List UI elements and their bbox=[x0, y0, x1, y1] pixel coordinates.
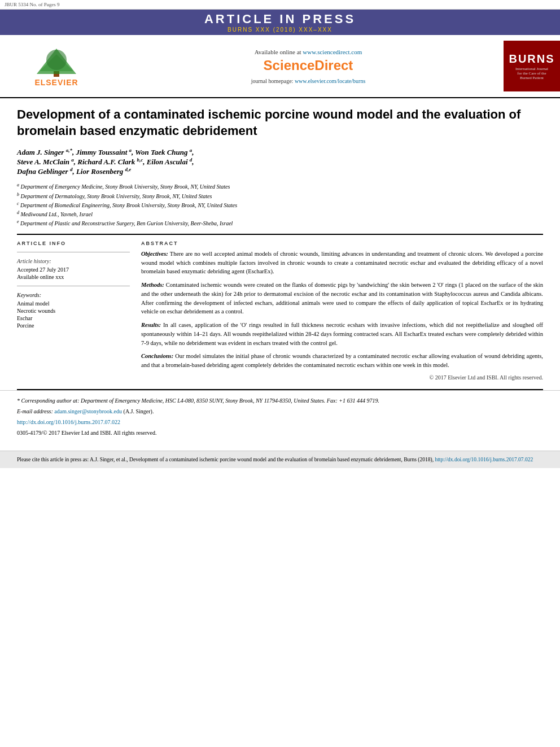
email-line: E-mail address: adam.singer@stonybrook.e… bbox=[17, 407, 543, 416]
affiliations: a Department of Emergency Medicine, Ston… bbox=[17, 182, 543, 228]
header-center: Available online at www.sciencedirect.co… bbox=[113, 41, 504, 91]
abstract-conclusions: Conclusions: Our model simulates the ini… bbox=[141, 352, 543, 370]
authors-line: Adam J. Singer a,*, Jimmy Toussaint a, W… bbox=[17, 147, 543, 176]
affiliation-b: b Department of Dermatology, Stony Brook… bbox=[17, 191, 543, 200]
conclusions-label: Conclusions: bbox=[141, 353, 173, 359]
cite-url[interactable]: http://dx.doi.org/10.1016/j.burns.2017.0… bbox=[435, 457, 533, 462]
accepted-date: Accepted 27 July 2017 bbox=[17, 267, 130, 273]
tree-icon bbox=[31, 46, 82, 77]
footer-section: * Corresponding author at: Department of… bbox=[0, 390, 560, 445]
journal-url[interactable]: www.elsevier.com/locate/burns bbox=[295, 78, 365, 84]
divider-info bbox=[17, 252, 130, 252]
copyright-line: © 2017 Elsevier Ltd and ISBI. All rights… bbox=[141, 374, 543, 381]
keyword-4: Porcine bbox=[17, 322, 130, 329]
abstract-column: ABSTRACT Objectives: There are no well a… bbox=[141, 241, 543, 381]
main-content: Development of a contaminated ischemic p… bbox=[0, 98, 560, 389]
results-label: Results: bbox=[141, 322, 161, 328]
keywords-section: Keywords: Animal model Necrotic wounds E… bbox=[17, 292, 130, 329]
methods-text: Contaminated ischemic wounds were create… bbox=[141, 282, 543, 314]
history-label: Article history: bbox=[17, 258, 130, 264]
abstract-header: ABSTRACT bbox=[141, 241, 543, 246]
corresponding-author: * Corresponding author at: Department of… bbox=[17, 396, 543, 405]
cite-bar: Please cite this article in press as: A.… bbox=[0, 451, 560, 468]
affiliation-d: d Mediwound Ltd., Yavneh, Israel bbox=[17, 209, 543, 219]
keyword-3: Eschar bbox=[17, 315, 130, 321]
elsevier-label: ELSEVIER bbox=[34, 78, 78, 87]
issn-line: 0305-4179/© 2017 Elsevier Ltd and ISBI. … bbox=[17, 429, 543, 437]
svg-point-3 bbox=[46, 50, 67, 70]
affiliation-c: c Department of Biomedical Engineering, … bbox=[17, 200, 543, 209]
doi-link[interactable]: http://dx.doi.org/10.1016/j.burns.2017.0… bbox=[17, 419, 120, 425]
header-right: BURNS International Journalfor the Care … bbox=[504, 41, 560, 91]
cite-text: Please cite this article in press as: A.… bbox=[17, 457, 434, 462]
keyword-1: Animal model bbox=[17, 300, 130, 307]
keywords-label: Keywords: bbox=[17, 292, 130, 298]
affiliation-a: a Department of Emergency Medicine, Ston… bbox=[17, 182, 543, 191]
keyword-2: Necrotic wounds bbox=[17, 308, 130, 314]
burns-subtitle: International Journalfor the Care of the… bbox=[515, 67, 548, 80]
available-online: Available online at www.sciencedirect.co… bbox=[255, 49, 362, 55]
methods-label: Methods: bbox=[141, 282, 164, 288]
header-section: ELSEVIER Available online at www.science… bbox=[0, 35, 560, 98]
sciencedirect-url[interactable]: www.sciencedirect.com bbox=[303, 49, 362, 55]
email-link[interactable]: adam.singer@stonybrook.edu bbox=[54, 408, 122, 414]
objectives-text: There are no well accepted animal models… bbox=[141, 251, 543, 275]
burns-logo: BURNS bbox=[509, 53, 554, 65]
article-info-column: ARTICLE INFO Article history: Accepted 2… bbox=[17, 241, 130, 381]
abstract-results: Results: In all cases, application of th… bbox=[141, 321, 543, 347]
abstract-methods: Methods: Contaminated ischemic wounds we… bbox=[141, 281, 543, 316]
abstract-objectives: Objectives: There are no well accepted a… bbox=[141, 250, 543, 276]
article-in-press-bar: ARTICLE IN PRESS BURNS XXX (2018) XXX–XX… bbox=[0, 10, 560, 35]
divider-main bbox=[17, 234, 543, 235]
header-left: ELSEVIER bbox=[0, 41, 113, 91]
affiliation-e: e Department of Plastic and Reconstructi… bbox=[17, 219, 543, 228]
results-text: In all cases, application of the 'O' rin… bbox=[141, 322, 543, 346]
divider-keywords bbox=[17, 286, 130, 286]
doi-line: http://dx.doi.org/10.1016/j.burns.2017.0… bbox=[17, 418, 543, 426]
aip-title: ARTICLE IN PRESS bbox=[0, 12, 560, 27]
two-column-layout: ARTICLE INFO Article history: Accepted 2… bbox=[17, 241, 543, 381]
elsevier-logo: ELSEVIER bbox=[17, 43, 96, 89]
sciencedirect-logo: ScienceDirect bbox=[264, 58, 353, 73]
conclusions-text: Our model simulates the initial phase of… bbox=[141, 353, 543, 368]
journal-homepage: journal homepage: www.elsevier.com/locat… bbox=[251, 78, 366, 84]
top-banner: JBUR 5334 No. of Pages 9 bbox=[0, 0, 560, 10]
journal-ref: JBUR 5334 No. of Pages 9 bbox=[5, 2, 60, 7]
available-online-val: Available online xxx bbox=[17, 274, 130, 280]
aip-subtitle: BURNS XXX (2018) XXX–XXX bbox=[0, 27, 560, 33]
article-info-header: ARTICLE INFO bbox=[17, 241, 130, 246]
objectives-label: Objectives: bbox=[141, 251, 168, 257]
article-title: Development of a contaminated ischemic p… bbox=[17, 107, 543, 139]
